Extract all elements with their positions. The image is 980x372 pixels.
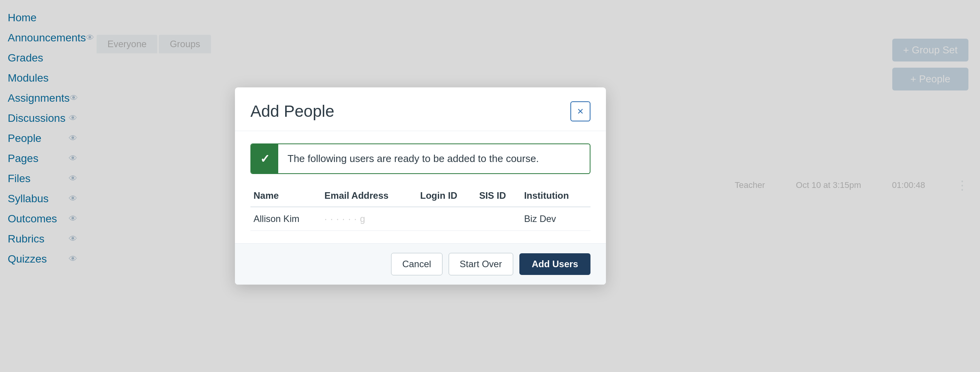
col-header-login-id: Login ID <box>417 186 476 207</box>
start-over-button[interactable]: Start Over <box>449 253 513 275</box>
col-header-sis-id: SIS ID <box>476 186 521 207</box>
cell-name: Allison Kim <box>250 207 322 231</box>
cancel-button[interactable]: Cancel <box>391 253 442 275</box>
modal-header: Add People × <box>235 87 606 131</box>
success-banner: ✓ The following users are ready to be ad… <box>250 143 590 174</box>
cell-sis-id <box>476 207 521 231</box>
modal-footer: Cancel Start Over Add Users <box>235 243 606 285</box>
add-users-button[interactable]: Add Users <box>519 253 590 275</box>
modal-close-button[interactable]: × <box>570 101 590 121</box>
modal-body: ✓ The following users are ready to be ad… <box>235 131 606 243</box>
modal-title: Add People <box>250 102 334 121</box>
cell-email: · · · · · · g <box>322 207 417 231</box>
success-icon-box: ✓ <box>251 144 278 173</box>
table-row: Allison Kim · · · · · · g Biz Dev <box>250 207 590 231</box>
col-header-institution: Institution <box>521 186 590 207</box>
cell-login-id <box>417 207 476 231</box>
cell-institution: Biz Dev <box>521 207 590 231</box>
col-header-email: Email Address <box>322 186 417 207</box>
add-people-modal: Add People × ✓ The following users are r… <box>235 87 606 285</box>
col-header-name: Name <box>250 186 322 207</box>
user-table: Name Email Address Login ID SIS ID Insti… <box>250 186 590 231</box>
checkmark-icon: ✓ <box>260 152 270 166</box>
modal-overlay: Add People × ✓ The following users are r… <box>0 0 980 372</box>
success-message: The following users are ready to be adde… <box>278 145 548 172</box>
